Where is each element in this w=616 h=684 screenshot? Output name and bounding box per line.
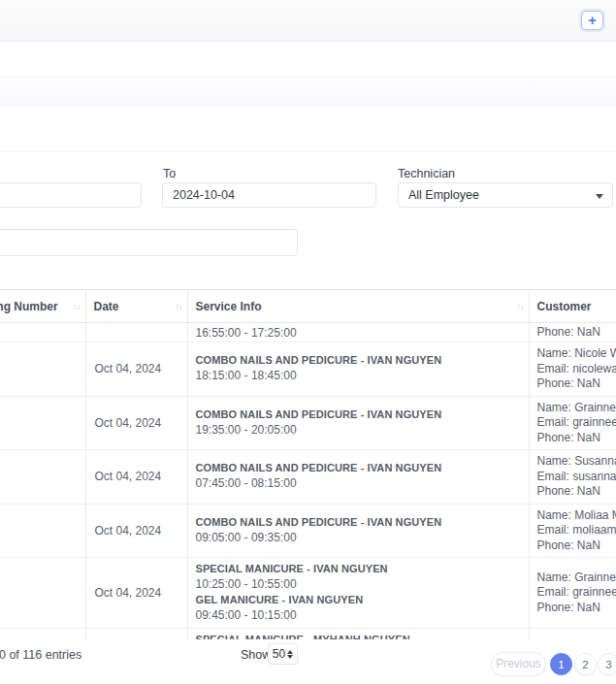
service-name: SPECIAL MANICURE - MYHANH NGUYEN <box>196 633 521 639</box>
column-header-customer[interactable]: Customer <box>529 290 616 323</box>
customer-line: Phone: NaN <box>537 538 616 554</box>
table-row: Oct 04, 2024 COMBO NAILS AND PEDICURE - … <box>0 342 616 397</box>
table-row: Oct 04, 2024 SPECIAL MANICURE - MYHANH N… <box>0 629 616 640</box>
customer-cell: Name: Grainne ElliEmail: grainneellioPho… <box>529 558 616 629</box>
customer-line: Name: Grainne Elli <box>537 570 616 586</box>
date-cell: Oct 04, 2024 <box>85 450 187 505</box>
date-cell: Oct 04, 2024 <box>85 342 187 397</box>
service-time: 09:45:00 - 10:15:00 <box>196 607 521 624</box>
booking-number-cell <box>0 450 85 505</box>
service-name: COMBO NAILS AND PEDICURE - IVAN NGUYEN <box>196 461 521 475</box>
spinner-icon <box>287 650 293 659</box>
search-input[interactable] <box>0 229 298 256</box>
chevron-down-icon <box>596 194 603 199</box>
date-cell: Oct 04, 2024 <box>85 558 187 629</box>
sort-icon[interactable]: ↑↓ <box>517 302 524 311</box>
service-info-cell: COMBO NAILS AND PEDICURE - IVAN NGUYEN19… <box>187 396 529 450</box>
table-body: 16:55:00 - 17:25:00 Phone: NaN Oct 04, 2… <box>0 323 616 640</box>
add-booking-button[interactable]: + <box>581 11 603 30</box>
service-time: 18:15:00 - 18:45:00 <box>196 368 521 384</box>
booking-number-cell <box>0 629 85 640</box>
customer-cell: Name: Nicole WatsEmail: nicolewatsoPhone… <box>529 342 616 397</box>
customer-line: Phone: NaN <box>537 325 616 341</box>
bookings-table: Booking Number ↑↓ Date ↑↓ Service Info ↑… <box>0 289 616 639</box>
service-info-cell: SPECIAL MANICURE - MYHANH NGUYEN13:35:00… <box>187 629 529 640</box>
service-name: COMBO NAILS AND PEDICURE - IVAN NGUYEN <box>196 353 521 368</box>
column-header-date[interactable]: Date ↑↓ <box>85 290 187 323</box>
customer-line: Email: nicolewatso <box>537 362 616 377</box>
customer-line: Phone: NaN <box>537 484 616 500</box>
table-row: Oct 04, 2024 COMBO NAILS AND PEDICURE - … <box>0 396 616 450</box>
table-row: Oct 04, 2024 SPECIAL MANICURE - IVAN NGU… <box>0 558 616 629</box>
date-cell: Oct 04, 2024 <box>85 396 187 450</box>
customer-line: Email: grainneellio <box>537 585 616 601</box>
booking-number-cell <box>0 323 85 342</box>
customer-line: Phone: NaN <box>537 601 616 616</box>
service-time: 19:35:00 - 20:05:00 <box>196 422 521 439</box>
booking-number-cell <box>0 504 85 558</box>
customer-cell: Phone: NaN <box>529 323 616 342</box>
date-cell <box>85 323 187 342</box>
service-name: SPECIAL MANICURE - IVAN NGUYEN <box>196 562 521 576</box>
page-button-3[interactable]: 3 <box>598 653 616 675</box>
technician-select[interactable]: All Employee <box>398 182 613 208</box>
service-name: COMBO NAILS AND PEDICURE - IVAN NGUYEN <box>196 407 521 422</box>
table-header-row: Booking Number ↑↓ Date ↑↓ Service Info ↑… <box>0 290 616 323</box>
service-time: 07:45:00 - 08:15:00 <box>196 475 521 492</box>
entries-summary: 50 of 116 entries <box>0 648 81 662</box>
booking-number-cell <box>0 342 85 397</box>
bookings-table-container: Booking Number ↑↓ Date ↑↓ Service Info ↑… <box>0 289 616 639</box>
service-name: COMBO NAILS AND PEDICURE - IVAN NGUYEN <box>196 515 521 530</box>
customer-line: Phone: NaN <box>537 431 616 446</box>
collapsed-panel-band <box>0 77 616 107</box>
customer-line: Phone: NaN <box>537 376 616 392</box>
previous-page-button[interactable]: Previous <box>491 652 546 676</box>
page-button-1[interactable]: 1 <box>550 653 572 675</box>
column-header-booking-number[interactable]: Booking Number ↑↓ <box>0 290 85 323</box>
section-divider <box>0 151 616 152</box>
service-info-cell: COMBO NAILS AND PEDICURE - IVAN NGUYEN07… <box>187 450 529 505</box>
service-info-cell: SPECIAL MANICURE - IVAN NGUYEN10:25:00 -… <box>187 558 529 629</box>
table-row: 16:55:00 - 17:25:00 Phone: NaN <box>0 323 616 342</box>
table-row: Oct 04, 2024 COMBO NAILS AND PEDICURE - … <box>0 504 616 558</box>
to-label: To <box>163 167 176 180</box>
technician-label: Technician <box>398 167 455 180</box>
toolbar-band: + <box>0 0 616 42</box>
page-button-2[interactable]: 2 <box>574 653 597 675</box>
page-size-select[interactable]: 50 <box>268 643 298 665</box>
service-time: 10:25:00 - 10:55:00 <box>196 576 521 593</box>
from-date-input[interactable] <box>0 182 142 208</box>
booking-number-cell <box>0 396 85 450</box>
service-name: GEL MANICURE - IVAN NGUYEN <box>196 593 521 607</box>
service-info-cell: 16:55:00 - 17:25:00 <box>187 323 529 342</box>
service-info-cell: COMBO NAILS AND PEDICURE - IVAN NGUYEN09… <box>187 504 529 558</box>
customer-line: Name: Susanna Ga <box>537 454 616 470</box>
to-date-input[interactable] <box>162 182 376 208</box>
service-info-cell: COMBO NAILS AND PEDICURE - IVAN NGUYEN18… <box>187 342 529 397</box>
date-cell: Oct 04, 2024 <box>85 629 187 640</box>
sort-icon[interactable]: ↑↓ <box>176 302 182 311</box>
page: + To Technician All Employee Booking Num… <box>0 0 616 684</box>
table-row: Oct 04, 2024 COMBO NAILS AND PEDICURE - … <box>0 450 616 505</box>
customer-line: Email: susannagary <box>537 470 616 485</box>
page-size-value: 50 <box>273 647 285 661</box>
booking-number-cell <box>0 558 85 629</box>
technician-select-value: All Employee <box>408 188 479 202</box>
customer-line: Name: Nicole Wats <box>537 346 616 362</box>
date-cell: Oct 04, 2024 <box>85 504 187 558</box>
customer-line: Email: grainneellio <box>537 415 616 431</box>
customer-line: Name: Moliaa Mat <box>537 508 616 524</box>
page-size-label: Show <box>241 648 271 662</box>
customer-line: Email: moliaamatti <box>537 523 616 538</box>
customer-cell: Name: Grainne ElliEmail: grainneellioPho… <box>529 396 616 450</box>
customer-line: Name: Grainne Elli <box>537 401 616 416</box>
service-time: 16:55:00 - 17:25:00 <box>196 325 521 342</box>
customer-cell: Name: Moliaa MatEmail: moliaamattiPhone:… <box>529 504 616 558</box>
column-header-service-info[interactable]: Service Info ↑↓ <box>187 290 529 323</box>
sort-icon[interactable]: ↑↓ <box>74 302 81 311</box>
customer-cell: Name: Susanna GaEmail: susannagaryPhone:… <box>529 450 616 505</box>
service-time: 09:05:00 - 09:35:00 <box>196 530 521 546</box>
customer-cell: Name: Donna JackEmail: donnajacksoPhone:… <box>529 629 616 640</box>
